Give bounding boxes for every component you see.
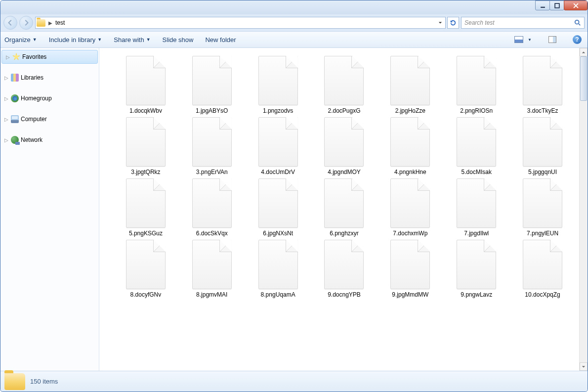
file-name-label: 5.pngKSGuz <box>129 230 163 237</box>
file-item[interactable]: 8.jpgmvMAI <box>180 240 244 298</box>
breadcrumb-current[interactable]: test <box>55 19 65 26</box>
back-button[interactable] <box>3 16 17 30</box>
file-name-label: 5.docMIsak <box>462 169 492 175</box>
file-icon <box>126 117 166 167</box>
file-icon <box>324 56 364 105</box>
file-item[interactable]: 7.jpgdIlwl <box>445 178 508 237</box>
file-item[interactable]: 1.docqkWbv <box>114 56 177 114</box>
share-with-menu[interactable]: Share with▼ <box>114 36 150 44</box>
file-name-label: 1.pngzodvs <box>263 107 293 114</box>
close-button[interactable] <box>564 0 588 10</box>
star-icon <box>12 53 20 61</box>
explorer-window: ▶ test Organize▼ Include in library▼ Sha… <box>0 0 588 392</box>
file-item[interactable]: 6.pnghzxyr <box>313 178 376 237</box>
file-item[interactable]: 9.jpgMmdMW <box>378 240 442 298</box>
help-button[interactable]: ? <box>571 34 584 45</box>
slide-show-button[interactable]: Slide show <box>163 36 194 44</box>
file-name-label: 9.jpgMmdMW <box>392 291 428 298</box>
file-name-label: 8.jpgmvMAI <box>196 291 227 298</box>
search-input[interactable] <box>464 19 574 26</box>
file-item[interactable]: 8.docyfGNv <box>114 240 177 298</box>
nav-network[interactable]: ▷ Network <box>0 133 99 147</box>
forward-button[interactable] <box>19 16 33 30</box>
change-view-dropdown[interactable]: ▼ <box>526 38 533 42</box>
navigation-row: ▶ test <box>0 14 588 31</box>
file-name-label: 3.docTkyEz <box>527 107 558 114</box>
file-item[interactable]: 6.docSkVqx <box>180 178 244 237</box>
scroll-down-button[interactable] <box>580 362 588 371</box>
file-item[interactable]: 5.jpggqnUI <box>511 117 574 175</box>
file-name-label: 2.jpgHoZze <box>395 107 425 114</box>
items-view[interactable]: 1.docqkWbv1.jpgABYsO1.pngzodvs2.docPugxG… <box>99 48 579 371</box>
main-area: ▷ Favorites ▷ Libraries ▷ Homegroup ▷ Co… <box>0 48 588 371</box>
file-name-label: 6.jpgNXsNt <box>263 230 293 237</box>
file-item[interactable]: 3.docTkyEz <box>511 56 574 114</box>
file-icon <box>523 178 562 228</box>
titlebar <box>0 0 588 14</box>
file-name-label: 5.jpggqnUI <box>528 169 557 175</box>
address-bar[interactable]: ▶ test <box>35 17 446 29</box>
file-icon <box>390 178 430 228</box>
file-icon <box>523 240 562 289</box>
svg-rect-1 <box>555 3 559 8</box>
file-name-label: 3.pngErVAn <box>196 169 228 175</box>
file-item[interactable]: 2.pngRIOSn <box>445 56 508 114</box>
file-item[interactable]: 8.pngUqamA <box>247 240 310 298</box>
file-item[interactable]: 9.pngwLavz <box>445 240 508 298</box>
file-name-label: 9.pngwLavz <box>461 291 492 298</box>
vertical-scrollbar[interactable] <box>579 48 588 371</box>
file-icon <box>523 117 562 167</box>
nav-homegroup[interactable]: ▷ Homegroup <box>0 91 99 105</box>
scroll-thumb[interactable] <box>580 56 587 101</box>
file-icon <box>192 117 232 167</box>
file-item[interactable]: 5.docMIsak <box>445 117 508 175</box>
file-item[interactable]: 4.jpgndMOY <box>313 117 376 175</box>
organize-menu[interactable]: Organize▼ <box>4 36 37 44</box>
file-item[interactable]: 7.pngylEUN <box>511 178 574 237</box>
folder-icon <box>37 19 45 27</box>
file-item[interactable]: 10.docXpqZg <box>511 240 574 298</box>
nav-libraries[interactable]: ▷ Libraries <box>0 71 99 85</box>
file-item[interactable]: 4.pngnkHne <box>378 117 442 175</box>
file-item[interactable]: 1.jpgABYsO <box>180 56 244 114</box>
minimize-button[interactable] <box>535 0 550 10</box>
file-icon <box>457 117 496 167</box>
nav-homegroup-label: Homegroup <box>21 95 52 102</box>
maximize-button[interactable] <box>549 0 564 10</box>
slideshow-label: Slide show <box>163 36 194 44</box>
newfolder-label: New folder <box>205 36 236 44</box>
file-item[interactable]: 5.pngKSGuz <box>114 178 177 237</box>
file-item[interactable]: 3.jpgtQRkz <box>114 117 177 175</box>
search-box[interactable] <box>461 17 585 29</box>
new-folder-button[interactable]: New folder <box>205 36 236 44</box>
file-icon <box>192 178 232 228</box>
preview-pane-button[interactable] <box>546 34 559 45</box>
file-item[interactable]: 1.pngzodvs <box>247 56 310 114</box>
file-item[interactable]: 2.jpgHoZze <box>378 56 442 114</box>
nav-libraries-label: Libraries <box>21 74 43 81</box>
file-name-label: 2.docPugxG <box>328 107 360 114</box>
scroll-track[interactable] <box>580 56 588 362</box>
include-in-library-menu[interactable]: Include in library▼ <box>49 36 102 44</box>
address-dropdown[interactable] <box>436 17 444 28</box>
include-label: Include in library <box>49 36 96 44</box>
file-icon <box>523 56 562 105</box>
scroll-up-button[interactable] <box>580 48 588 56</box>
file-name-label: 2.pngRIOSn <box>460 107 493 114</box>
status-item-count: 150 items <box>30 378 58 385</box>
file-item[interactable]: 3.pngErVAn <box>180 117 244 175</box>
file-item[interactable]: 2.docPugxG <box>313 56 376 114</box>
file-item[interactable]: 9.docngYPB <box>313 240 376 298</box>
file-item[interactable]: 7.dochxmWp <box>378 178 442 237</box>
nav-computer[interactable]: ▷ Computer <box>0 112 99 126</box>
file-item[interactable]: 4.docUmDrV <box>247 117 310 175</box>
nav-network-label: Network <box>21 136 42 143</box>
refresh-button[interactable] <box>447 17 459 29</box>
nav-favorites[interactable]: ▷ Favorites <box>1 50 98 64</box>
change-view-button[interactable]: ▼ <box>511 33 534 46</box>
file-icon <box>390 117 430 167</box>
file-name-label: 10.docXpqZg <box>525 291 560 298</box>
computer-icon <box>11 115 19 123</box>
file-icon <box>258 117 298 167</box>
file-item[interactable]: 6.jpgNXsNt <box>247 178 310 237</box>
